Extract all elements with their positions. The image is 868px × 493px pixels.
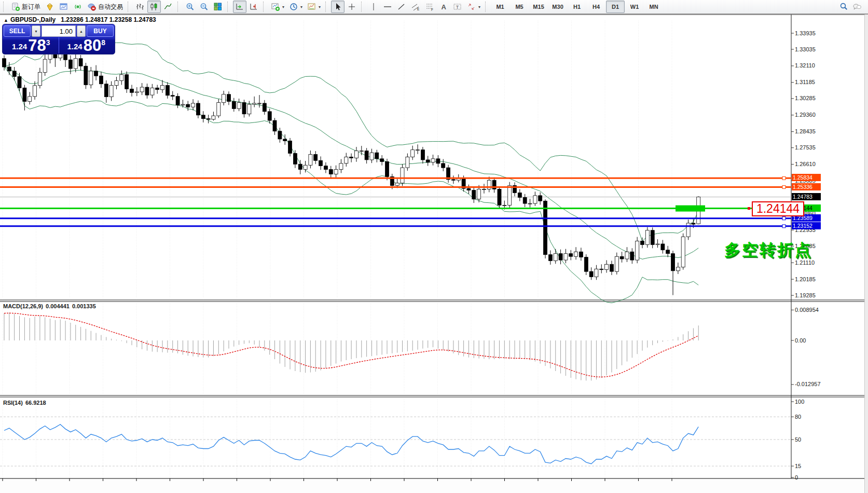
toolbar-button-fibonacci[interactable]: F (423, 1, 436, 13)
candle (421, 150, 424, 160)
candle (636, 241, 639, 261)
toolbar-button-line-chart[interactable] (161, 1, 175, 13)
toolbar-button-indicators[interactable]: ▾ (269, 1, 286, 13)
timeframe-button-h1[interactable]: H1 (568, 1, 586, 13)
candle (33, 86, 37, 97)
candle (278, 131, 282, 139)
dropdown-caret-icon[interactable]: ▾ (300, 5, 302, 9)
toolbar-button-signal[interactable] (71, 1, 85, 13)
toolbar-button-auto-scroll[interactable] (233, 1, 246, 13)
buy-button[interactable]: BUY (87, 25, 114, 37)
toolbar-button-autotrading[interactable]: 自动交易 (85, 1, 125, 13)
line-handle (782, 176, 786, 180)
toolbar-button-new-order[interactable]: 新订单 (9, 1, 43, 13)
toolbar-button-cursor[interactable] (331, 1, 345, 13)
macd-indicator-label: MACD(12,26,9)0.0044410.001335 (3, 303, 99, 309)
toolbar-button-equidistant-channel[interactable]: E (409, 1, 422, 13)
templates-icon (307, 2, 316, 11)
arrows-icon (467, 2, 476, 11)
volume-input[interactable] (42, 25, 76, 37)
candle (395, 183, 399, 186)
toolbar-button-text[interactable]: A (437, 1, 450, 13)
toolbar-button-chat[interactable] (850, 1, 864, 13)
candle (406, 157, 409, 168)
toolbar-button-trendline[interactable] (395, 1, 408, 13)
sell-button[interactable]: SELL (4, 25, 31, 37)
buy-price-tile[interactable]: 1.24 80 8 (59, 37, 114, 53)
volume-increase-button[interactable]: ▲ (77, 25, 86, 37)
macd-histogram (4, 312, 698, 380)
candle (656, 244, 659, 244)
chart-title: ▲GBPUSD-,Daily1.23286 1.24817 1.23258 1.… (4, 16, 156, 23)
macd-signal-value: 0.001335 (72, 303, 96, 309)
ohlc-values: 1.23286 1.24817 1.23258 1.24783 (61, 16, 156, 23)
toolbar-button-horizontal-line[interactable] (381, 1, 394, 13)
sell-price-pip: 3 (46, 38, 50, 47)
candle (574, 252, 578, 256)
toolbar-button-periods[interactable]: ▾ (287, 1, 305, 13)
candle (109, 86, 113, 97)
toolbar-button-templates[interactable]: ▾ (305, 1, 323, 13)
collapse-icon[interactable]: ▲ (4, 18, 8, 23)
buy-price-prefix: 1.24 (67, 40, 82, 53)
timeframe-button-d1[interactable]: D1 (606, 1, 625, 13)
window-edge (864, 15, 868, 493)
candle (661, 244, 665, 250)
timeframe-button-m30[interactable]: M30 (548, 1, 567, 13)
timeframe-button-w1[interactable]: W1 (625, 1, 644, 13)
toolbar-button-zoom-out[interactable] (197, 1, 211, 13)
candle (442, 163, 445, 168)
toolbar-button-new-chart[interactable] (57, 1, 71, 13)
candle (304, 165, 307, 169)
rsi-name: RSI(14) (3, 400, 23, 406)
toolbar: 新订单自动交易▾▾▾EFAT▾M1M5M15M30H1H4D1W1MN (0, 0, 868, 14)
timeframe-button-h4[interactable]: H4 (587, 1, 605, 13)
candle (467, 188, 471, 190)
macd-name: MACD(12,26,9) (3, 303, 43, 309)
buy-price-pip: 8 (101, 38, 105, 47)
candle (620, 256, 624, 259)
candle (74, 59, 77, 69)
candle (120, 75, 123, 81)
candle (314, 155, 318, 161)
toolbar-button-search[interactable] (837, 1, 850, 13)
sell-price-tile[interactable]: 1.24 78 3 (4, 37, 59, 53)
toolbar-button-vertical-line[interactable] (367, 1, 380, 13)
line-chart-icon (163, 2, 173, 11)
toolbar-button-tile-windows[interactable] (211, 1, 225, 13)
timeframe-button-mn[interactable]: MN (644, 1, 663, 13)
toolbar-button-chart-shift[interactable] (247, 1, 260, 13)
svg-text:T: T (456, 5, 459, 10)
tile-windows-icon (213, 2, 223, 11)
candle (451, 180, 455, 180)
candle (503, 206, 506, 206)
volume-decrease-button[interactable]: ▼ (32, 25, 40, 37)
timeframe-button-m5[interactable]: M5 (510, 1, 529, 13)
text-icon: A (439, 2, 448, 11)
equidistant-channel-icon: E (411, 2, 420, 11)
dropdown-caret-icon[interactable]: ▾ (319, 5, 321, 9)
price-callout-label[interactable]: 1.24144 (752, 201, 804, 216)
toolbar-button-bar-chart[interactable] (133, 1, 147, 13)
candle (579, 252, 583, 257)
turning-point-annotation[interactable]: 多空转折点 (724, 239, 812, 261)
candle (206, 119, 210, 119)
candle (186, 104, 190, 107)
candle (242, 103, 246, 114)
timeframe-button-m15[interactable]: M15 (529, 1, 548, 13)
dropdown-caret-icon[interactable]: ▾ (478, 5, 480, 9)
candle (212, 116, 215, 119)
timeframe-button-m1[interactable]: M1 (491, 1, 509, 13)
toolbar-button-styler[interactable] (43, 1, 57, 13)
toolbar-button-zoom-in[interactable] (183, 1, 197, 13)
candle (309, 155, 312, 166)
toolbar-button-arrows[interactable]: ▾ (465, 1, 483, 13)
candle (595, 269, 598, 277)
candle (380, 159, 384, 162)
toolbar-button-text-label[interactable]: T (451, 1, 464, 13)
toolbar-grip (263, 2, 267, 12)
toolbar-button-candlestick[interactable] (147, 1, 161, 13)
candle (625, 252, 629, 259)
toolbar-button-crosshair[interactable] (345, 1, 359, 13)
dropdown-caret-icon[interactable]: ▾ (282, 5, 284, 9)
